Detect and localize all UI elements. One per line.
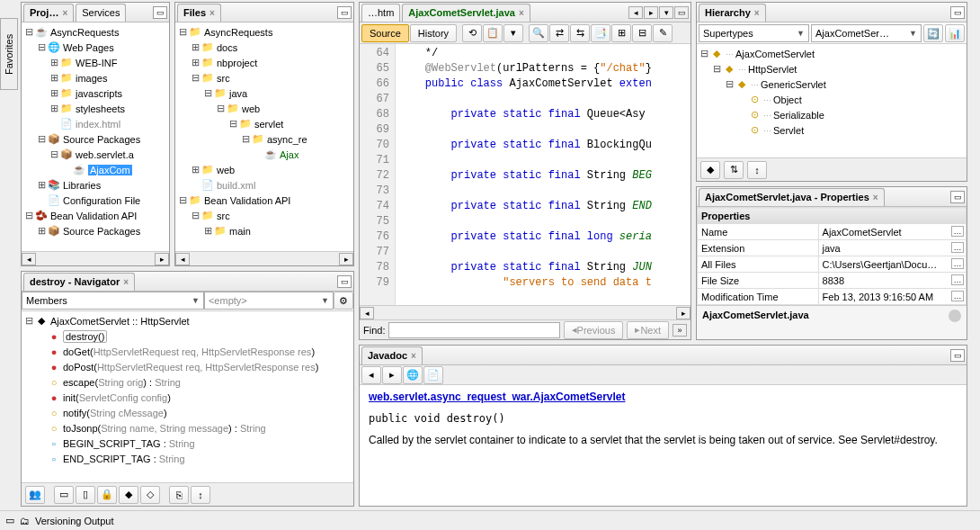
tb-btn[interactable]: ✎ — [653, 24, 673, 42]
property-row[interactable]: File Size8838… — [698, 273, 967, 289]
nav-tb-btn[interactable]: ◇ — [140, 486, 160, 504]
close-icon[interactable]: × — [873, 193, 878, 202]
forward-button[interactable]: ▸ — [382, 366, 402, 384]
tree-item[interactable]: ⊟📁src — [175, 208, 353, 223]
hierarchy-item[interactable]: ⊟◆GenericServlet — [697, 76, 967, 92]
versioning-icon[interactable]: 🗂 — [20, 516, 30, 526]
back-button[interactable]: ◂ — [361, 366, 381, 384]
hierarchy-view-button[interactable]: 📊 — [945, 24, 965, 42]
tree-item[interactable]: ⊟📁web — [175, 101, 353, 116]
editor-code[interactable]: */ @WebServlet(urlPatterns = {"/chat"} p… — [396, 44, 690, 305]
tb-btn[interactable]: 📋 — [483, 24, 503, 42]
maximize-button[interactable]: ▭ — [674, 6, 689, 19]
nav-tb-btn[interactable]: ⎘ — [169, 486, 189, 504]
tree-item[interactable]: ⊟📦Source Packages — [22, 131, 169, 147]
tree-item[interactable]: ⊞📁docs — [175, 40, 353, 55]
tree-item[interactable]: 📄build.xml — [175, 177, 353, 193]
minimize-button[interactable]: ▭ — [337, 6, 352, 19]
close-icon[interactable]: × — [209, 8, 215, 18]
editor-scroll-h[interactable]: ◂▸ — [360, 305, 690, 319]
nav-item[interactable]: ●doGet(HttpServletRequest req, HttpServl… — [22, 344, 353, 359]
javadoc-class-link[interactable]: web.servlet.async_request_war.AjaxCometS… — [369, 391, 625, 403]
navigator-tree[interactable]: ⊟◆AjaxCometServlet :: HttpServlet ●destr… — [22, 311, 353, 482]
find-more-button[interactable]: » — [673, 324, 687, 337]
scrollbar-h[interactable]: ◂▸ — [22, 251, 169, 265]
tab-properties[interactable]: AjaxCometServlet.java - Properties× — [699, 188, 885, 206]
find-next-button[interactable]: ▸ Next — [627, 321, 669, 339]
hierarchy-tree[interactable]: ⊟◆AjaxCometServlet⊟◆HttpServlet⊟◆Generic… — [697, 44, 967, 157]
tree-item[interactable]: ⊟📁Bean Validation API — [175, 193, 353, 208]
property-row[interactable]: Modification TimeFeb 13, 2013 9:16:50 AM… — [698, 289, 967, 305]
history-button[interactable]: History — [410, 24, 457, 42]
property-row[interactable]: NameAjaxCometServlet… — [698, 224, 967, 240]
scrollbar-h[interactable]: ◂▸ — [175, 251, 353, 265]
tb-btn[interactable]: 📑 — [591, 24, 610, 42]
nav-tb-btn[interactable]: ↕ — [191, 486, 210, 504]
supertypes-combo[interactable]: Supertypes▼ — [699, 24, 809, 42]
favorites-tab[interactable]: Favorites — [0, 18, 18, 90]
tab-hierarchy[interactable]: Hierarchy× — [699, 4, 766, 22]
tree-item[interactable]: 📄index.html — [22, 116, 169, 131]
tree-item[interactable]: ⊞📁stylesheets — [22, 101, 169, 116]
hierarchy-item[interactable]: ⊙Serializable — [697, 107, 967, 122]
tree-item[interactable]: ⊞📁WEB-INF — [22, 55, 169, 70]
next-tab-button[interactable]: ▸ — [644, 6, 658, 19]
tab-services[interactable]: Services — [76, 4, 126, 22]
tree-item[interactable]: ⊟📁java — [175, 85, 353, 101]
nav-item[interactable]: ●destroy() — [22, 328, 353, 344]
hierarchy-item[interactable]: ⊟◆AjaxCometServlet — [697, 46, 967, 61]
tb-btn[interactable]: ⟲ — [462, 24, 482, 42]
tree-item[interactable]: ☕Ajax — [175, 147, 353, 162]
tab-editor-active[interactable]: AjaxCometServlet.java× — [402, 4, 530, 22]
tree-item[interactable]: ⊞📚Libraries — [22, 177, 169, 193]
minimize-button[interactable]: ▭ — [950, 349, 965, 362]
nav-item[interactable]: ●doPost(HttpServletRequest req, HttpServ… — [22, 359, 353, 374]
nav-tb-btn[interactable]: 🔒 — [97, 486, 117, 504]
property-row[interactable]: Extensionjava… — [698, 240, 967, 256]
close-icon[interactable]: × — [519, 8, 524, 18]
refresh-button[interactable]: 🔄 — [923, 24, 943, 42]
tree-item[interactable]: ⊟📦web.servlet.a — [22, 147, 169, 162]
tree-root[interactable]: ⊟📁AsyncRequests — [175, 24, 353, 40]
tree-item[interactable]: ⊟📁src — [175, 70, 353, 85]
tree-item[interactable]: ⊞📦Source Packages — [22, 223, 169, 238]
filter-button[interactable]: ⚙ — [334, 292, 353, 310]
properties-table[interactable]: PropertiesNameAjaxCometServlet…Extension… — [697, 207, 967, 305]
hierarchy-item[interactable]: ⊙Servlet — [697, 122, 967, 138]
hier-tb-btn[interactable]: ⇅ — [724, 161, 744, 179]
tab-navigator[interactable]: destroy - Navigator× — [23, 273, 135, 291]
tree-item[interactable]: ⊟🌐Web Pages — [22, 40, 169, 55]
tree-item[interactable]: ⊟📁servlet — [175, 116, 353, 131]
close-icon[interactable]: × — [411, 351, 416, 361]
tab-list-button[interactable]: ▾ — [659, 6, 673, 19]
close-icon[interactable]: × — [123, 277, 129, 287]
tab-htm[interactable]: …htm — [361, 4, 400, 22]
tree-item[interactable]: 📄Configuration File — [22, 193, 169, 208]
nav-item[interactable]: ▫BEGIN_SCRIPT_TAG : String — [22, 436, 353, 451]
minimize-button[interactable]: ▭ — [153, 6, 167, 19]
nav-item[interactable]: ○notify(String cMessage) — [22, 405, 353, 420]
hierarchy-item[interactable]: ⊙Object — [697, 92, 967, 107]
minimize-button[interactable]: ▭ — [950, 191, 965, 203]
tab-projects[interactable]: Proj…× — [23, 4, 74, 22]
tree-item[interactable]: ☕AjaxCom — [22, 162, 169, 177]
nav-item[interactable]: ▫END_SCRIPT_TAG : String — [22, 451, 353, 466]
open-source-button[interactable]: 📄 — [423, 366, 443, 384]
minimize-button[interactable]: ▭ — [950, 6, 965, 19]
nav-item[interactable]: ○toJsonp(String name, String message) : … — [22, 420, 353, 436]
projects-tree[interactable]: ⊟☕AsyncRequests⊟🌐Web Pages⊞📁WEB-INF⊞📁ima… — [22, 22, 169, 251]
hier-tb-btn[interactable]: ↕ — [747, 161, 767, 179]
tree-item[interactable]: ⊞📁main — [175, 223, 353, 238]
tree-root[interactable]: ⊟☕AsyncRequests — [22, 24, 169, 40]
tree-item[interactable]: ⊞📁nbproject — [175, 55, 353, 70]
tree-item[interactable]: ⊟📁async_re — [175, 131, 353, 147]
help-icon[interactable] — [949, 310, 961, 322]
nav-tb-btn[interactable]: ▭ — [54, 486, 74, 504]
hier-tb-btn[interactable]: ◆ — [700, 161, 720, 179]
output-icon[interactable]: ▭ — [5, 515, 14, 526]
tb-btn[interactable]: ⇆ — [570, 24, 590, 42]
tab-javadoc[interactable]: Javadoc× — [361, 346, 423, 364]
filter-combo[interactable]: <empty>▼ — [204, 292, 334, 310]
nav-item[interactable]: ●init(ServletConfig config) — [22, 390, 353, 405]
source-button[interactable]: Source — [361, 24, 409, 42]
